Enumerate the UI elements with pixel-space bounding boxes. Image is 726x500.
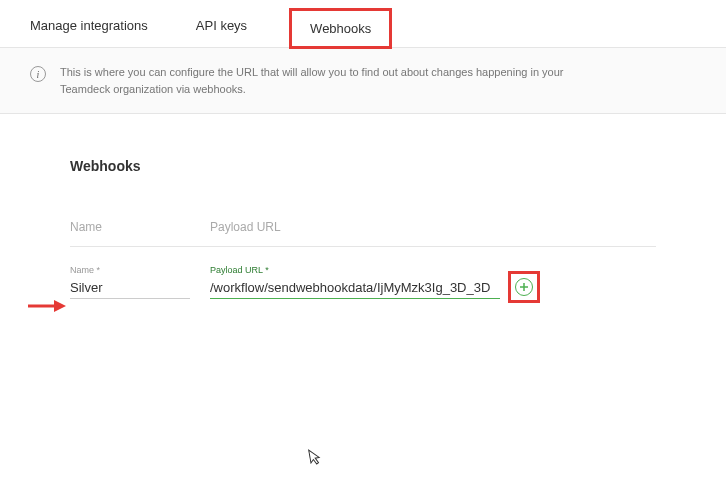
name-label: Name * [70, 265, 210, 275]
tab-webhooks[interactable]: Webhooks [289, 8, 392, 49]
plus-icon [519, 282, 529, 292]
url-field-wrap: Payload URL * [210, 265, 500, 299]
arrow-annotation [26, 298, 66, 314]
table-headers: Name Payload URL [70, 220, 656, 247]
info-bar: i This is where you can configure the UR… [0, 48, 726, 114]
cursor-icon [308, 447, 325, 467]
url-label: Payload URL * [210, 265, 500, 275]
name-input[interactable] [70, 277, 190, 299]
svg-marker-3 [54, 300, 66, 312]
section-title: Webhooks [70, 158, 656, 174]
header-url: Payload URL [210, 220, 656, 234]
name-field-wrap: Name * [70, 265, 210, 299]
tabs-bar: Manage integrations API keys Webhooks [0, 0, 726, 48]
add-webhook-button[interactable] [515, 278, 533, 296]
payload-url-input[interactable] [210, 277, 500, 299]
content: Webhooks Name Payload URL Name * Payload… [0, 114, 726, 343]
webhook-form-row: Name * Payload URL * [70, 265, 656, 299]
info-icon: i [30, 66, 46, 82]
header-name: Name [70, 220, 210, 234]
tab-api-keys[interactable]: API keys [190, 0, 253, 47]
info-text: This is where you can configure the URL … [60, 64, 580, 97]
tab-manage-integrations[interactable]: Manage integrations [24, 0, 154, 47]
add-button-highlight [508, 271, 540, 303]
